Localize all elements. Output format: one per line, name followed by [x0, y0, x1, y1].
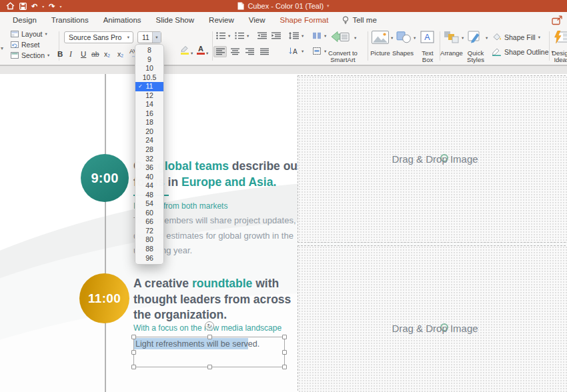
font-size-option[interactable]: ✓ 36: [135, 163, 163, 173]
shapes-chevron-icon[interactable]: ▾: [414, 35, 416, 41]
font-size-option-label: 18: [145, 118, 153, 126]
align-center-icon: [231, 48, 239, 55]
font-size-option[interactable]: ✓ 12: [135, 91, 163, 101]
shape-fill-button[interactable]: Shape Fill▾: [492, 33, 540, 41]
underline-button[interactable]: U: [81, 47, 86, 58]
menu-tab[interactable]: View: [241, 16, 273, 24]
font-size-option[interactable]: ✓ 44: [135, 181, 163, 191]
selected-text-box[interactable]: Light refreshments will be served.: [133, 337, 285, 367]
menu-tab[interactable]: Shape Format: [273, 16, 336, 24]
convert-to-smartart-button[interactable]: [331, 31, 350, 43]
timeline-line[interactable]: [105, 74, 106, 392]
highlight-color-chevron-icon[interactable]: ▾: [191, 51, 193, 56]
font-size-option[interactable]: ✓ 11: [135, 82, 163, 91]
font-size-option[interactable]: ✓ 32: [135, 155, 163, 164]
resize-handle[interactable]: [131, 350, 136, 355]
superscript-button[interactable]: x2: [104, 47, 110, 58]
menu-tab[interactable]: Slide Show: [149, 16, 202, 24]
font-size-option[interactable]: ✓ 20: [135, 127, 163, 137]
font-size-option[interactable]: ✓ 10: [135, 64, 163, 73]
font-size-option[interactable]: ✓ 9: [135, 55, 163, 65]
arrange-button[interactable]: [444, 31, 460, 43]
reset-button[interactable]: Reset: [11, 41, 39, 49]
font-size-option[interactable]: ✓ 40: [135, 173, 163, 182]
resize-handle[interactable]: [282, 335, 287, 339]
text-direction-button[interactable]: A ▾: [289, 47, 304, 55]
slide-canvas[interactable]: 9:00 Our global teams describe our focus…: [0, 74, 567, 392]
font-size-chevron-icon[interactable]: ▾: [152, 32, 161, 43]
resize-handle[interactable]: [207, 335, 212, 339]
subscript-button[interactable]: x2: [117, 47, 123, 58]
font-size-option[interactable]: ✓ 8: [135, 46, 163, 55]
font-size-option[interactable]: ✓ 66: [135, 217, 163, 227]
font-size-option[interactable]: ✓ 24: [135, 136, 163, 145]
section-button[interactable]: Section▾: [11, 51, 49, 59]
font-size-combo[interactable]: 11 ▾: [137, 31, 161, 43]
highlight-color-button[interactable]: [180, 45, 189, 57]
shapes-button[interactable]: [396, 31, 412, 43]
decrease-indent-button[interactable]: [257, 32, 267, 39]
resize-handle[interactable]: [131, 365, 136, 369]
font-color-chevron-icon[interactable]: ▾: [206, 51, 208, 56]
font-size-option[interactable]: ✓ 10.5: [135, 73, 163, 83]
resize-handle[interactable]: [131, 335, 136, 339]
font-size-option[interactable]: ✓ 88: [135, 245, 163, 254]
image-placeholder-top[interactable]: Drag & Drop Image: [298, 75, 567, 243]
bullet-list-button[interactable]: ▾: [216, 32, 230, 39]
line-spacing-button[interactable]: ▾: [289, 32, 304, 39]
font-name-chevron-icon[interactable]: ▾: [124, 32, 133, 43]
time-marker-900[interactable]: 9:00: [81, 154, 129, 202]
justify-button[interactable]: [257, 46, 271, 57]
font-size-option[interactable]: ✓ 28: [135, 145, 163, 155]
rotate-handle-icon[interactable]: ↻: [205, 321, 214, 331]
image-placeholder-bottom[interactable]: Drag & Drop Image: [298, 245, 567, 392]
menu-tab[interactable]: Transitions: [44, 16, 96, 24]
menu-tab[interactable]: Animations: [96, 16, 149, 24]
font-size-option[interactable]: ✓ 14: [135, 100, 163, 109]
font-color-button[interactable]: A: [197, 45, 205, 57]
title-chevron-icon[interactable]: ▾: [327, 3, 330, 9]
shape-outline-button[interactable]: Shape Outline▾: [492, 47, 554, 56]
bold-button[interactable]: B: [57, 47, 63, 58]
layout-button[interactable]: Layout▾: [11, 30, 47, 38]
strikethrough-button[interactable]: ab: [91, 47, 99, 58]
text-box-content[interactable]: Light refreshments will be served.: [135, 339, 259, 349]
arrange-chevron-icon[interactable]: ▾: [462, 35, 464, 41]
font-size-option[interactable]: ✓ 60: [135, 209, 163, 218]
menu-tab[interactable]: Design: [5, 16, 44, 24]
font-size-option[interactable]: ✓ 16: [135, 109, 163, 119]
resize-handle[interactable]: [282, 365, 287, 369]
tab-tell-me[interactable]: Tell me: [336, 16, 383, 25]
increase-indent-button[interactable]: [271, 32, 281, 39]
align-right-button[interactable]: [243, 46, 256, 57]
align-left-button[interactable]: [213, 46, 227, 57]
quick-styles-chevron-icon[interactable]: ▾: [486, 35, 488, 41]
font-size-option[interactable]: ✓ 72: [135, 227, 163, 236]
picture-button[interactable]: [372, 31, 389, 44]
font-size-option[interactable]: ✓ 80: [135, 235, 163, 245]
share-button[interactable]: [552, 15, 563, 25]
font-size-option[interactable]: ✓ 18: [135, 118, 163, 127]
resize-handle[interactable]: [207, 365, 212, 369]
share-icon: [552, 15, 563, 25]
layout-icon: [11, 31, 19, 37]
design-ideas-button[interactable]: [553, 31, 567, 43]
session2-heading[interactable]: A creative roundtable with thought leade…: [133, 276, 291, 323]
time-marker-1100[interactable]: 11:00: [79, 273, 129, 323]
smartart-chevron-icon[interactable]: ▾: [354, 35, 356, 41]
align-center-button[interactable]: [228, 46, 241, 57]
italic-button[interactable]: I: [69, 47, 72, 58]
resize-handle[interactable]: [282, 350, 287, 355]
font-size-option[interactable]: ✓ 54: [135, 199, 163, 209]
collapse-ribbon-icon[interactable]: ▾: [1, 45, 3, 51]
font-size-option[interactable]: ✓ 96: [135, 254, 163, 263]
menu-tab[interactable]: Review: [201, 16, 241, 24]
font-size-option[interactable]: ✓ 48: [135, 191, 163, 200]
text-box-button[interactable]: A: [420, 31, 434, 43]
quick-styles-button[interactable]: [468, 31, 483, 43]
shapes-icon: [396, 31, 412, 43]
columns-button[interactable]: ▾: [312, 32, 326, 39]
picture-chevron-icon[interactable]: ▾: [391, 35, 393, 41]
font-name-combo[interactable]: Source Sans Pro ▾: [64, 31, 133, 43]
numbered-list-button[interactable]: ▾: [235, 32, 249, 39]
